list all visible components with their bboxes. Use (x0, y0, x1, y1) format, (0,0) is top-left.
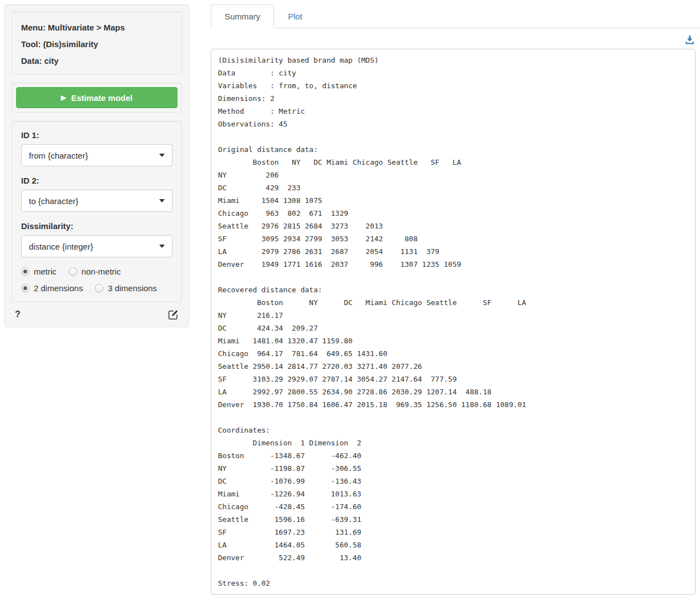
radio-3-dimensions-label: 3 dimensions (108, 283, 156, 293)
sidebar: Menu: Multivariate > Maps Tool: (Dis)sim… (4, 4, 189, 327)
radio-non-metric-label: non-metric (82, 267, 121, 276)
radio-icon (95, 284, 103, 292)
data-label: Data: city (21, 56, 173, 65)
tab-summary[interactable]: Summary (211, 4, 274, 28)
options-panel: ID 1: from {character} ID 2: to {charact… (12, 121, 182, 302)
id1-selected-value: from {character} (29, 151, 88, 160)
radio-3-dimensions[interactable]: 3 dimensions (95, 283, 156, 293)
radio-metric[interactable]: metric (21, 267, 57, 276)
dissimilarity-label: Dissimilarity: (21, 221, 173, 231)
chevron-down-icon (159, 154, 165, 157)
chevron-down-icon (159, 199, 165, 202)
chevron-down-icon (159, 245, 165, 248)
play-icon: ▶ (61, 94, 66, 101)
id1-label: ID 1: (21, 130, 173, 140)
estimate-model-button[interactable]: ▶ Estimate model (16, 87, 177, 108)
main-panel: Summary Plot (Dis)similarity based brand… (211, 4, 700, 595)
sidebar-footer: ? (12, 302, 182, 320)
tab-bar: Summary Plot (211, 4, 700, 28)
method-radio-group: metric non-metric (21, 267, 173, 276)
dissimilarity-select[interactable]: distance {integer} (21, 235, 173, 257)
summary-output: (Dis)similarity based brand map (MDS) Da… (211, 49, 696, 595)
radio-icon (21, 284, 29, 292)
radio-non-metric[interactable]: non-metric (69, 267, 121, 276)
model-info-panel: Menu: Multivariate > Maps Tool: (Dis)sim… (12, 12, 182, 74)
radio-icon (21, 267, 29, 276)
tool-label: Tool: (Dis)similarity (21, 39, 173, 49)
id1-select[interactable]: from {character} (21, 144, 173, 166)
toolbar (211, 28, 700, 49)
id2-label: ID 2: (21, 176, 173, 185)
edit-report-button[interactable] (168, 309, 179, 320)
radio-icon (69, 267, 77, 276)
menu-label: Menu: Multivariate > Maps (21, 23, 173, 32)
estimate-panel: ▶ Estimate model (12, 83, 182, 113)
tab-plot[interactable]: Plot (274, 4, 316, 28)
download-button[interactable] (685, 35, 694, 44)
id2-selected-value: to {character} (29, 196, 78, 206)
edit-icon (168, 309, 179, 320)
radio-2-dimensions[interactable]: 2 dimensions (21, 283, 83, 293)
estimate-model-label: Estimate model (71, 93, 133, 103)
radio-metric-label: metric (34, 267, 57, 276)
dissimilarity-selected-value: distance {integer} (29, 242, 93, 251)
help-link[interactable]: ? (15, 309, 21, 319)
id2-select[interactable]: to {character} (21, 190, 173, 212)
dimensions-radio-group: 2 dimensions 3 dimensions (21, 283, 173, 293)
radio-2-dimensions-label: 2 dimensions (34, 283, 83, 293)
download-icon (685, 35, 694, 44)
